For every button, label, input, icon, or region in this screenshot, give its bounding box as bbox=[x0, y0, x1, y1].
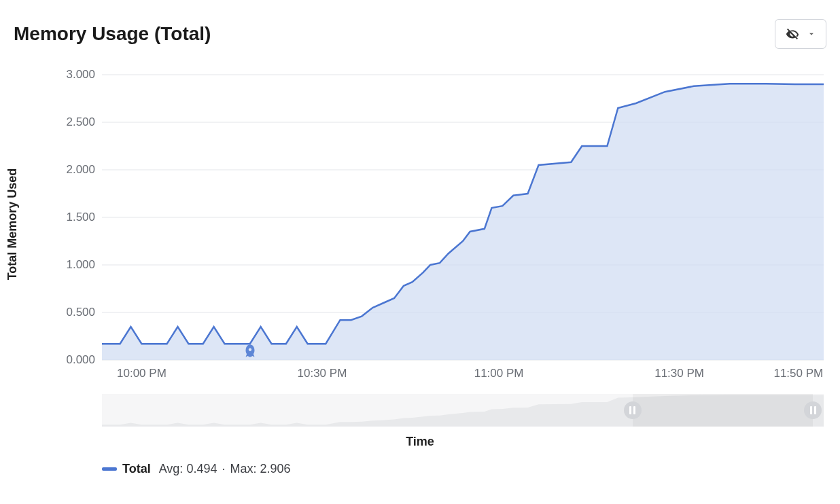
scrubber-selection[interactable] bbox=[633, 394, 813, 427]
chart-options-button[interactable] bbox=[775, 19, 826, 49]
rocket-icon[interactable] bbox=[241, 343, 259, 361]
legend-series-name: Total bbox=[122, 462, 151, 476]
x-tick-label: 11:30 PM bbox=[654, 360, 704, 380]
scrubber-handle-right[interactable] bbox=[804, 401, 822, 419]
y-tick-label: 0.000 bbox=[66, 353, 102, 367]
scrubber-handle-left[interactable] bbox=[624, 401, 642, 419]
y-axis-title: Total Memory Used bbox=[5, 168, 20, 281]
time-scrubber[interactable] bbox=[102, 394, 824, 427]
x-tick-label: 11:00 PM bbox=[474, 360, 524, 380]
y-tick-label: 1.500 bbox=[66, 211, 102, 224]
x-axis-title: Time bbox=[406, 435, 434, 449]
x-tick-label: 10:30 PM bbox=[298, 360, 347, 380]
y-tick-label: 1.000 bbox=[66, 258, 102, 272]
visibility-off-icon bbox=[785, 26, 800, 41]
chart-plot[interactable]: 0.0000.5001.0001.5002.0002.5003.00010:00… bbox=[102, 75, 824, 360]
chart-legend: Total Avg: 0.494 · Max: 2.906 bbox=[102, 462, 291, 476]
y-tick-label: 2.500 bbox=[66, 115, 102, 129]
chart-title: Memory Usage (Total) bbox=[14, 23, 211, 45]
y-tick-label: 0.500 bbox=[66, 306, 102, 319]
chevron-down-icon bbox=[807, 29, 816, 39]
legend-stats: Avg: 0.494 · Max: 2.906 bbox=[159, 462, 291, 476]
legend-swatch bbox=[102, 467, 117, 471]
y-tick-label: 2.000 bbox=[66, 163, 102, 177]
chart-area: Total Memory Used 0.0000.5001.0001.5002.… bbox=[14, 61, 824, 387]
x-tick-label: 11:50 PM bbox=[773, 360, 823, 380]
x-tick-label: 10:00 PM bbox=[117, 360, 167, 380]
y-tick-label: 3.000 bbox=[66, 68, 102, 82]
